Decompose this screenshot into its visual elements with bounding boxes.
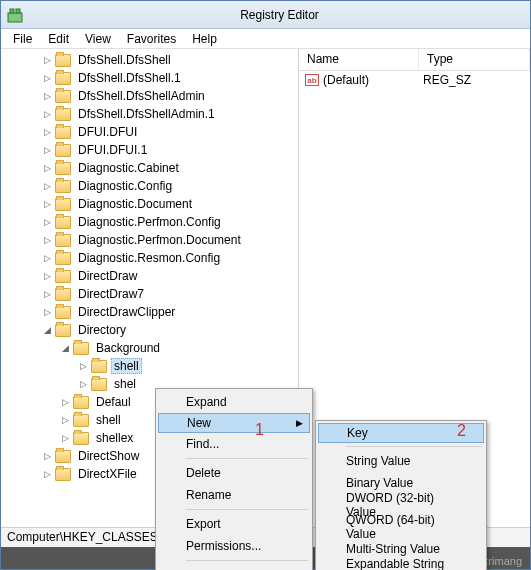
menu-file[interactable]: File <box>5 30 40 48</box>
expand-icon[interactable]: ▷ <box>41 450 53 462</box>
list-row[interactable]: ab (Default) REG_SZ <box>299 71 530 89</box>
separator <box>346 446 482 447</box>
tree-item[interactable]: ▷DfsShell.DfsShell.1 <box>9 69 298 87</box>
tree-item-directory[interactable]: ◢Directory <box>9 321 298 339</box>
svg-rect-0 <box>8 13 22 22</box>
expand-icon[interactable]: ▷ <box>41 54 53 66</box>
tree-item[interactable]: ▷DFUI.DFUI <box>9 123 298 141</box>
folder-icon <box>73 342 89 355</box>
tree-item[interactable]: ▷DfsShell.DfsShell <box>9 51 298 69</box>
ctx-permissions[interactable]: Permissions... <box>158 535 310 557</box>
ctx-new[interactable]: New▶ <box>158 413 310 433</box>
expand-icon[interactable]: ▷ <box>41 126 53 138</box>
menu-view[interactable]: View <box>77 30 119 48</box>
folder-icon <box>73 396 89 409</box>
folder-icon <box>55 180 71 193</box>
ctx-new-qword[interactable]: QWORD (64-bit) Value <box>318 516 484 538</box>
folder-icon <box>55 270 71 283</box>
col-type[interactable]: Type <box>419 49 530 70</box>
context-menu: Expand New▶ Find... Delete Rename Export… <box>155 388 313 570</box>
tree-item[interactable]: ▷Diagnostic.Perfmon.Config <box>9 213 298 231</box>
expand-icon[interactable]: ▷ <box>41 180 53 192</box>
expand-icon[interactable]: ▷ <box>41 72 53 84</box>
expand-icon[interactable]: ▷ <box>77 378 89 390</box>
ctx-rename[interactable]: Rename <box>158 484 310 506</box>
menubar: File Edit View Favorites Help <box>1 29 530 49</box>
value-name: (Default) <box>323 73 423 87</box>
folder-icon <box>55 126 71 139</box>
folder-icon <box>55 450 71 463</box>
svg-rect-1 <box>10 9 14 13</box>
expand-icon[interactable]: ▷ <box>41 216 53 228</box>
folder-icon <box>55 468 71 481</box>
collapse-icon[interactable]: ◢ <box>59 342 71 354</box>
folder-icon <box>91 360 107 373</box>
window-title: Registry Editor <box>29 8 530 22</box>
folder-icon <box>55 252 71 265</box>
expand-icon[interactable]: ▷ <box>41 270 53 282</box>
value-type: REG_SZ <box>423 73 471 87</box>
collapse-icon[interactable]: ◢ <box>41 324 53 336</box>
folder-icon <box>55 198 71 211</box>
tree-item[interactable]: ▷DirectDraw <box>9 267 298 285</box>
tree-item[interactable]: ▷DFUI.DFUI.1 <box>9 141 298 159</box>
tree-item[interactable]: ▷Diagnostic.Perfmon.Document <box>9 231 298 249</box>
expand-icon[interactable]: ▷ <box>41 90 53 102</box>
folder-icon <box>73 432 89 445</box>
tree-item[interactable]: ▷DirectDraw7 <box>9 285 298 303</box>
folder-icon <box>55 72 71 85</box>
folder-icon <box>55 324 71 337</box>
tree-item[interactable]: ▷DirectDrawClipper <box>9 303 298 321</box>
regedit-icon <box>7 7 23 23</box>
menu-edit[interactable]: Edit <box>40 30 77 48</box>
expand-icon[interactable]: ▷ <box>41 162 53 174</box>
ctx-find[interactable]: Find... <box>158 433 310 455</box>
titlebar: Registry Editor <box>1 1 530 29</box>
expand-icon[interactable]: ▷ <box>41 288 53 300</box>
tree-item[interactable]: ▷Diagnostic.Cabinet <box>9 159 298 177</box>
expand-icon[interactable]: ▷ <box>41 306 53 318</box>
tree-item[interactable]: ▷Diagnostic.Config <box>9 177 298 195</box>
tree-item[interactable]: ▷Diagnostic.Document <box>9 195 298 213</box>
folder-icon <box>55 108 71 121</box>
submenu-arrow-icon: ▶ <box>296 418 303 428</box>
folder-icon <box>55 144 71 157</box>
expand-icon[interactable]: ▷ <box>41 144 53 156</box>
expand-icon[interactable]: ▷ <box>41 108 53 120</box>
svg-rect-2 <box>16 9 20 13</box>
ctx-new-string[interactable]: String Value <box>318 450 484 472</box>
expand-icon[interactable]: ▷ <box>59 432 71 444</box>
tree-item-background[interactable]: ◢Background <box>9 339 298 357</box>
ctx-delete[interactable]: Delete <box>158 462 310 484</box>
separator <box>186 509 308 510</box>
folder-icon <box>55 216 71 229</box>
folder-icon <box>91 378 107 391</box>
ctx-copy-key-name[interactable]: Copy Key Name <box>158 564 310 570</box>
menu-help[interactable]: Help <box>184 30 225 48</box>
tree-item[interactable]: ▷DfsShell.DfsShellAdmin <box>9 87 298 105</box>
expand-icon[interactable]: ▷ <box>41 252 53 264</box>
ctx-new-key[interactable]: Key <box>318 423 484 443</box>
context-submenu-new: Key String Value Binary Value DWORD (32-… <box>315 420 487 570</box>
folder-icon <box>55 54 71 67</box>
tree-item[interactable]: ▷Diagnostic.Resmon.Config <box>9 249 298 267</box>
menu-favorites[interactable]: Favorites <box>119 30 184 48</box>
tree-item[interactable]: ▷DfsShell.DfsShellAdmin.1 <box>9 105 298 123</box>
col-name[interactable]: Name <box>299 49 419 70</box>
expand-icon[interactable]: ▷ <box>41 234 53 246</box>
separator <box>186 458 308 459</box>
folder-icon <box>55 234 71 247</box>
expand-icon[interactable]: ▷ <box>59 414 71 426</box>
tree-item-shell-selected[interactable]: ▷shell <box>9 357 298 375</box>
expand-icon[interactable]: ▷ <box>41 468 53 480</box>
folder-icon <box>55 90 71 103</box>
ctx-new-expandstring[interactable]: Expandable String Value <box>318 560 484 570</box>
ctx-export[interactable]: Export <box>158 513 310 535</box>
folder-icon <box>55 162 71 175</box>
separator <box>186 560 308 561</box>
expand-icon[interactable]: ▷ <box>59 396 71 408</box>
expand-icon[interactable]: ▷ <box>41 198 53 210</box>
list-header: Name Type <box>299 49 530 71</box>
expand-icon[interactable]: ▷ <box>77 360 89 372</box>
ctx-expand[interactable]: Expand <box>158 391 310 413</box>
